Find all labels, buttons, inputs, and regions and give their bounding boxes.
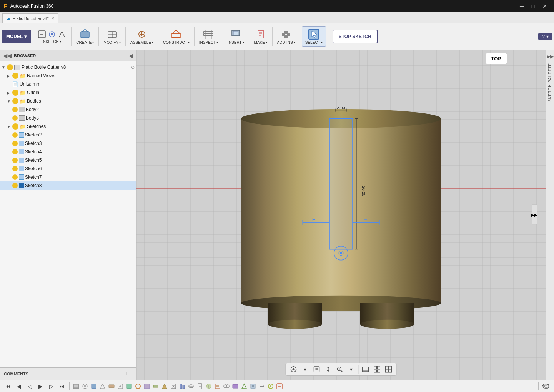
model-dropdown-button[interactable]: MODEL ▾ bbox=[2, 30, 31, 43]
pan-button[interactable] bbox=[323, 364, 334, 374]
tree-item-body3[interactable]: Body3 bbox=[0, 114, 136, 122]
viewport[interactable]: TOP ▶▶ bbox=[136, 50, 546, 380]
timeline-item-21[interactable] bbox=[249, 382, 257, 391]
grid-toggle-button[interactable] bbox=[372, 364, 383, 374]
timeline-item-2[interactable] bbox=[81, 382, 89, 391]
svg-rect-18 bbox=[233, 31, 238, 35]
toolbar-group-assemble[interactable]: ASSEMBLE▾ bbox=[127, 27, 156, 46]
right-panel-collapse-button[interactable]: ▶▶ bbox=[532, 205, 537, 225]
tree-item-bodies[interactable]: ▼ 📁 Bodies bbox=[0, 97, 136, 105]
close-button[interactable]: ✕ bbox=[539, 1, 550, 12]
title-controls[interactable]: ─ □ ✕ bbox=[516, 1, 550, 12]
tree-item-origin[interactable]: ▶ 📁 Origin bbox=[0, 88, 136, 97]
tab-close-button[interactable]: ✕ bbox=[51, 16, 54, 20]
timeline-step-forward-button[interactable]: ▷ bbox=[46, 382, 56, 391]
tree-item-sketch4[interactable]: Sketch4 bbox=[0, 148, 136, 156]
svg-rect-74 bbox=[74, 385, 78, 387]
toolbar-group-construct[interactable]: CONSTRUCT▾ bbox=[160, 27, 193, 46]
sketch-palette-collapse-arrow[interactable]: ▶▶ bbox=[547, 54, 554, 59]
object-snap-button[interactable] bbox=[311, 364, 322, 374]
toolbar-group-addins[interactable]: ADD-INS▾ bbox=[274, 27, 298, 46]
create-icon bbox=[79, 28, 91, 40]
zoom-button[interactable] bbox=[334, 364, 345, 374]
timeline-item-11[interactable] bbox=[160, 382, 169, 391]
tree-item-named-views[interactable]: ▶ 📁 Named Views bbox=[0, 71, 136, 80]
display-mode-button[interactable] bbox=[360, 364, 371, 374]
svg-marker-11 bbox=[172, 30, 180, 34]
snap-options-button[interactable]: ▾ bbox=[300, 364, 311, 374]
timeline-start-button[interactable]: ⏮ bbox=[3, 382, 13, 391]
timeline-item-6[interactable] bbox=[116, 382, 125, 391]
maximize-button[interactable]: □ bbox=[528, 1, 539, 12]
toolbar-group-sketch[interactable]: SKETCH▾ bbox=[34, 27, 70, 45]
browser-collapse-button[interactable]: ◀ bbox=[129, 53, 133, 59]
toolbar-group-create[interactable]: CREATE▾ bbox=[73, 27, 97, 46]
sketch4-label: Sketch4 bbox=[25, 149, 42, 154]
timeline-end-button[interactable]: ⏭ bbox=[57, 382, 67, 391]
stop-sketch-button[interactable]: STOP SKETCH bbox=[333, 30, 378, 43]
help-button[interactable]: ?▾ bbox=[538, 33, 552, 40]
timeline-item-5[interactable] bbox=[107, 382, 116, 391]
timeline-item-20[interactable] bbox=[240, 382, 248, 391]
timeline-item-3[interactable] bbox=[90, 382, 98, 391]
toolbar-group-insert[interactable]: INSERT▾ bbox=[225, 27, 247, 46]
comments-add-button[interactable]: + bbox=[125, 370, 129, 377]
browser-pin-button[interactable]: ─ bbox=[123, 53, 126, 59]
toolbar-group-inspect[interactable]: INSPECT▾ bbox=[196, 27, 221, 46]
tree-item-body2[interactable]: Body2 bbox=[0, 105, 136, 114]
timeline-item-1[interactable] bbox=[72, 382, 80, 391]
origin-expand[interactable]: ▶ bbox=[7, 91, 12, 95]
tree-item-sketch6[interactable]: Sketch6 bbox=[0, 164, 136, 173]
timeline-item-13[interactable] bbox=[178, 382, 186, 391]
timeline-play-button[interactable]: ▶ bbox=[35, 382, 45, 391]
timeline-item-12[interactable] bbox=[169, 382, 178, 391]
timeline-item-22[interactable] bbox=[258, 382, 266, 391]
tree-item-sketch2[interactable]: Sketch2 bbox=[0, 131, 136, 139]
tree-item-sketches[interactable]: ▼ 📁 Sketches bbox=[0, 122, 136, 131]
timeline-item-10[interactable] bbox=[151, 382, 160, 391]
named-views-expand[interactable]: ▶ bbox=[7, 74, 12, 78]
layout-button[interactable] bbox=[383, 364, 394, 374]
root-settings-icon[interactable]: ⊙ bbox=[131, 65, 135, 70]
timeline-item-23[interactable] bbox=[266, 382, 275, 391]
app-title: Autodesk Fusion 360 bbox=[10, 3, 54, 9]
browser-title-label: BROWSER bbox=[14, 53, 120, 58]
body2-vis bbox=[12, 107, 18, 112]
timeline-item-8[interactable] bbox=[134, 382, 142, 391]
browser-back-button[interactable]: ◀◀ bbox=[3, 53, 12, 59]
zoom-options-button[interactable]: ▾ bbox=[346, 364, 357, 374]
timeline-item-16[interactable] bbox=[205, 382, 213, 391]
minimize-button[interactable]: ─ bbox=[516, 1, 527, 12]
toolbar-group-select[interactable]: SELECT▾ bbox=[302, 26, 326, 47]
comments-bar: COMMENTS + bbox=[0, 367, 136, 380]
settings-button[interactable] bbox=[541, 382, 551, 391]
timeline-item-7[interactable] bbox=[125, 382, 133, 391]
toolbar-group-modify[interactable]: MODIFY▾ bbox=[100, 27, 124, 46]
timeline-item-4[interactable] bbox=[98, 382, 107, 391]
timeline-item-19[interactable] bbox=[231, 382, 240, 391]
svg-rect-85 bbox=[144, 384, 150, 389]
tree-item-units[interactable]: 📄 Units: mm bbox=[0, 80, 136, 88]
svg-rect-69 bbox=[378, 370, 380, 372]
tree-item-sketch3[interactable]: Sketch3 bbox=[0, 139, 136, 148]
timeline-item-24[interactable] bbox=[275, 382, 284, 391]
root-expand-arrow[interactable]: ▼ bbox=[2, 65, 7, 70]
timeline-item-18[interactable] bbox=[222, 382, 231, 391]
timeline-item-15[interactable] bbox=[196, 382, 204, 391]
bodies-expand[interactable]: ▼ bbox=[7, 99, 12, 103]
tree-item-sketch8[interactable]: Sketch8 bbox=[0, 181, 136, 190]
snap-tool-button[interactable] bbox=[288, 364, 299, 374]
timeline-item-17[interactable] bbox=[213, 382, 222, 391]
inspect-label: INSPECT▾ bbox=[199, 40, 218, 45]
active-tab[interactable]: ☁ Platic Bo...utter v8* ✕ bbox=[2, 13, 58, 23]
timeline-item-14[interactable] bbox=[187, 382, 195, 391]
tree-root-item[interactable]: ▼ Platic Bottle Cutter v8 ⊙ bbox=[0, 63, 136, 71]
timeline-step-back-button[interactable]: ◁ bbox=[25, 382, 35, 391]
top-view-label[interactable]: TOP bbox=[486, 53, 507, 64]
toolbar-group-make[interactable]: MAKE▾ bbox=[251, 27, 271, 46]
timeline-prev-button[interactable]: ◀ bbox=[14, 382, 24, 391]
tree-item-sketch7[interactable]: Sketch7 bbox=[0, 173, 136, 181]
tree-item-sketch5[interactable]: Sketch5 bbox=[0, 156, 136, 164]
timeline-item-9[interactable] bbox=[143, 382, 151, 391]
sketches-expand[interactable]: ▼ bbox=[7, 125, 12, 129]
